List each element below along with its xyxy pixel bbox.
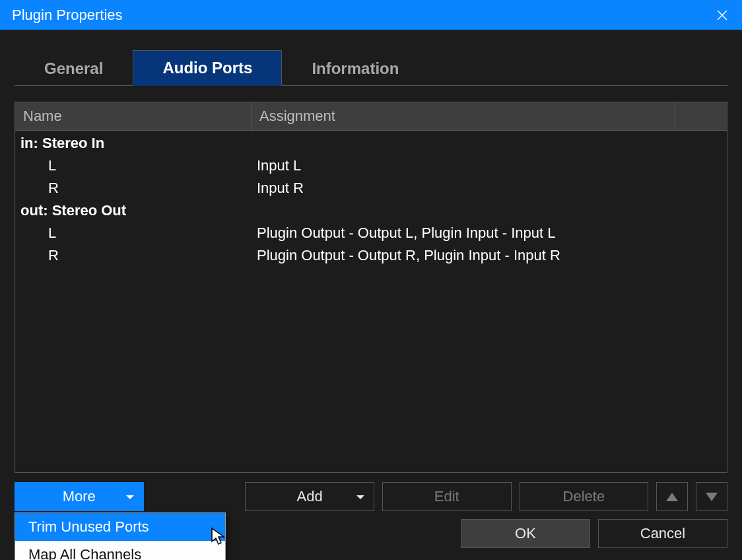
table-row[interactable]: R Input R [15, 177, 727, 199]
more-button[interactable]: More [15, 482, 144, 511]
window-title: Plugin Properties [12, 7, 702, 24]
port-name: in: Stereo In [15, 135, 252, 152]
add-button[interactable]: Add [245, 482, 374, 511]
more-button-label: More [63, 488, 96, 505]
table-header: Name Assignment [15, 102, 727, 131]
cancel-button[interactable]: Cancel [598, 519, 727, 548]
port-assignment: Plugin Output - Output L, Plugin Input -… [252, 225, 727, 242]
move-up-button[interactable] [656, 482, 688, 511]
button-row-actions: More Add Edit Delete Trim Unused Ports M… [15, 482, 727, 511]
port-name: out: Stereo Out [15, 202, 252, 219]
delete-button[interactable]: Delete [520, 482, 649, 511]
table-row[interactable]: L Plugin Output - Output L, Plugin Input… [15, 222, 727, 244]
close-button[interactable] [702, 0, 742, 30]
more-menu: Trim Unused Ports Map All Channels [15, 512, 226, 560]
ports-table: Name Assignment in: Stereo In L Input L … [15, 102, 727, 473]
port-assignment: Plugin Output - Output R, Plugin Input -… [252, 247, 727, 264]
table-row[interactable]: R Plugin Output - Output R, Plugin Input… [15, 244, 727, 267]
menu-item-trim-unused-ports[interactable]: Trim Unused Ports [15, 513, 225, 541]
port-assignment [252, 202, 727, 219]
tab-bar: General Audio Ports Information [15, 50, 727, 86]
port-name: L [15, 225, 252, 242]
menu-item-map-all-channels[interactable]: Map All Channels [15, 541, 225, 560]
column-header-name[interactable]: Name [15, 102, 252, 130]
table-body[interactable]: in: Stereo In L Input L R Input R out: S… [15, 131, 727, 472]
close-icon [716, 9, 728, 21]
port-name: L [15, 157, 252, 174]
port-assignment: Input L [252, 157, 727, 174]
add-button-label: Add [297, 488, 323, 505]
port-assignment: Input R [252, 180, 727, 197]
port-name: R [15, 180, 252, 197]
tab-information[interactable]: Information [282, 51, 428, 86]
titlebar: Plugin Properties [0, 0, 742, 30]
port-assignment [252, 135, 727, 152]
table-row[interactable]: out: Stereo Out [15, 199, 727, 222]
edit-button[interactable]: Edit [382, 482, 512, 511]
dialog-content: General Audio Ports Information Name Ass… [0, 30, 742, 560]
column-header-assignment[interactable]: Assignment [252, 102, 675, 130]
column-header-extra [675, 102, 727, 130]
ok-button[interactable]: OK [461, 519, 590, 548]
table-row[interactable]: L Input L [15, 155, 727, 177]
tab-audio-ports[interactable]: Audio Ports [133, 50, 282, 86]
table-row[interactable]: in: Stereo In [15, 132, 727, 155]
tab-general[interactable]: General [15, 51, 133, 86]
move-down-button[interactable] [696, 482, 727, 511]
port-name: R [15, 247, 252, 264]
